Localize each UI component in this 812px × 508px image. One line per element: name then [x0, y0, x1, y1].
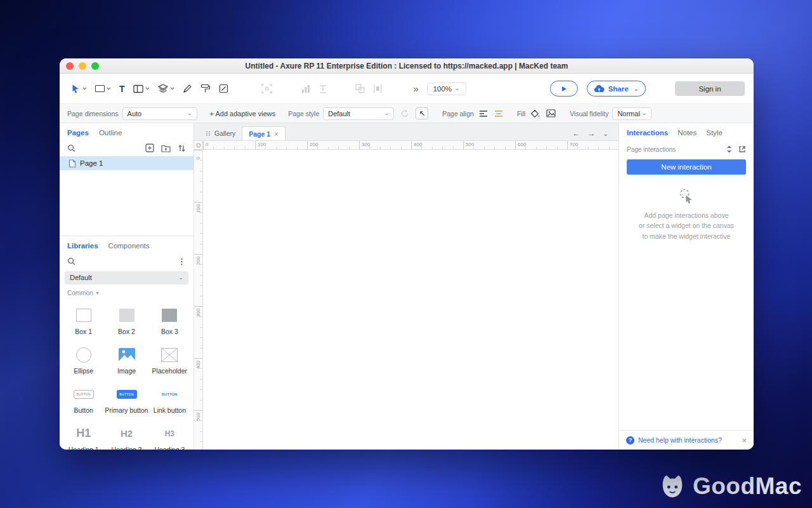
layers-tool-button[interactable]: [156, 81, 176, 96]
tab-list-chevron-icon[interactable]: ⌄: [603, 130, 608, 137]
external-link-icon[interactable]: [738, 145, 746, 153]
page-style-label: Page style: [288, 110, 319, 117]
library-select-value: Default: [70, 274, 92, 281]
align-left-button[interactable]: [479, 110, 488, 117]
widget-label: Image: [117, 367, 136, 375]
align-center-button[interactable]: [494, 110, 503, 117]
collapse-expand-icon[interactable]: [726, 145, 732, 153]
chevron-down-icon: ⌄: [634, 85, 639, 92]
widget-box1[interactable]: Box 1: [62, 300, 105, 338]
zoom-value: 100%: [433, 85, 452, 93]
h-ruler-tick: 100: [255, 141, 307, 149]
widget-heading2[interactable]: H2 Heading 2: [105, 418, 148, 450]
widget-label: Heading 1: [69, 446, 99, 450]
close-help-icon[interactable]: ×: [742, 436, 747, 445]
chart-button-disabled[interactable]: [299, 82, 312, 96]
library-select[interactable]: Default ⌄: [65, 271, 188, 284]
sort-pages-icon[interactable]: [178, 144, 186, 152]
fill-color-button[interactable]: [530, 109, 540, 118]
tab-libraries[interactable]: Libraries: [67, 242, 98, 250]
tab-interactions[interactable]: Interactions: [627, 129, 668, 137]
bar-chart-icon: [301, 84, 310, 93]
drag-dots-icon: [206, 131, 211, 136]
left-sidebar: Pages Outline: [60, 123, 194, 450]
fill-image-button[interactable]: [546, 109, 556, 117]
widget-ellipse[interactable]: Ellipse: [62, 340, 105, 378]
reset-style-button-disabled[interactable]: [400, 109, 409, 118]
page-options-bar: Page dimensions Auto ⌄ + Add adaptive vi…: [60, 104, 754, 123]
pen-icon: [183, 84, 192, 93]
widget-placeholder[interactable]: Placeholder: [148, 340, 191, 378]
page-list-item[interactable]: Page 1: [60, 156, 193, 170]
tab-outline[interactable]: Outline: [99, 129, 122, 137]
preview-button[interactable]: [550, 81, 578, 97]
caret-down-icon: ▾: [96, 290, 99, 296]
widget-image[interactable]: Image: [105, 340, 148, 378]
page-document-icon: [69, 159, 76, 168]
distribute-icon: [373, 84, 383, 93]
group-icon: [355, 84, 365, 93]
layout-tool-button[interactable]: [131, 82, 152, 96]
more-tools-icon[interactable]: »: [414, 83, 419, 94]
new-interaction-button[interactable]: New interaction: [627, 159, 746, 175]
search-icon[interactable]: [67, 257, 75, 265]
select-tool-button[interactable]: [69, 81, 89, 97]
cursor-icon: [70, 84, 81, 94]
kebab-menu-icon[interactable]: ⋮: [178, 257, 186, 266]
tab-components[interactable]: Components: [108, 242, 150, 250]
transform-icon: [261, 84, 272, 93]
tab-pages[interactable]: Pages: [67, 129, 89, 137]
text-tool-icon: T: [119, 84, 125, 93]
zoom-select[interactable]: 100% ⌄: [427, 83, 466, 95]
widget-link-button[interactable]: BUTTON Link button: [148, 379, 191, 417]
snapshot-button[interactable]: [416, 107, 428, 119]
visual-fidelity-select[interactable]: Normal ⌄: [612, 107, 652, 120]
add-page-icon[interactable]: [145, 144, 154, 152]
pen-tool-button[interactable]: [181, 81, 194, 96]
widget-primary-button[interactable]: BUTTON Primary button: [105, 379, 148, 417]
text-tool-button[interactable]: T: [117, 82, 127, 96]
format-paint-button[interactable]: [199, 81, 213, 96]
note-tool-button[interactable]: [217, 81, 230, 96]
h1-icon: H1: [76, 427, 91, 440]
widget-label: Placeholder: [152, 367, 187, 375]
tab-style[interactable]: Style: [706, 129, 723, 137]
sign-in-button[interactable]: Sign in: [675, 81, 745, 96]
distribute-button-disabled[interactable]: [371, 81, 384, 96]
widget-button[interactable]: BUTTON Button: [62, 379, 105, 417]
widget-box3[interactable]: Box 3: [148, 300, 191, 338]
note-icon: [219, 84, 228, 93]
text-style-button-disabled[interactable]: [317, 82, 329, 96]
main-toolbar: T: [60, 74, 754, 104]
tab-page1[interactable]: Page 1 ×: [242, 126, 285, 140]
back-icon[interactable]: ←: [573, 129, 580, 138]
widget-heading1[interactable]: H1 Heading 1: [62, 418, 105, 450]
page-style-select[interactable]: Default ⌄: [323, 107, 394, 120]
widget-box2[interactable]: Box 2: [105, 300, 148, 338]
add-folder-icon[interactable]: [161, 144, 171, 152]
ruler-origin-icon[interactable]: [194, 141, 203, 150]
add-adaptive-views-button[interactable]: + Add adaptive views: [210, 110, 276, 117]
forward-icon[interactable]: →: [588, 129, 596, 138]
box2-icon: [119, 309, 134, 322]
search-icon[interactable]: [67, 144, 75, 152]
share-button[interactable]: Share ⌄: [587, 81, 646, 97]
page-dimensions-select[interactable]: Auto ⌄: [122, 107, 197, 120]
format-paint-icon: [200, 84, 211, 93]
main-area: Pages Outline: [60, 123, 754, 450]
tab-notes[interactable]: Notes: [678, 129, 697, 137]
rectangle-tool-button[interactable]: [93, 83, 113, 95]
desktop: GoodMac Untitled - Axure RP 11 Enterpris…: [0, 0, 812, 508]
canvas-tabbar: Gallery Page 1 × ← → ⌄: [194, 123, 619, 141]
transform-button-disabled[interactable]: [259, 81, 274, 96]
widget-label: Button: [74, 406, 93, 414]
design-canvas[interactable]: [203, 150, 619, 450]
widget-label: Box 3: [161, 328, 178, 335]
help-link[interactable]: Need help with interactions?: [638, 436, 722, 444]
common-section-header[interactable]: Common ▾: [60, 288, 193, 299]
tab-gallery[interactable]: Gallery: [199, 126, 242, 140]
close-tab-icon[interactable]: ×: [274, 130, 278, 138]
widget-heading3[interactable]: H3 Heading 3: [148, 418, 191, 450]
group-button-disabled[interactable]: [353, 81, 367, 96]
page-item-label: Page 1: [80, 159, 103, 167]
